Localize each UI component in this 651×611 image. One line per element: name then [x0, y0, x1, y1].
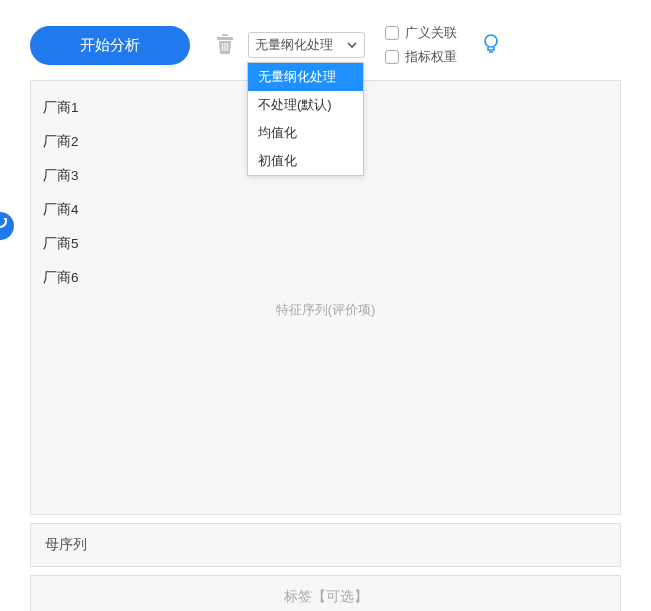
normalize-option[interactable]: 不处理(默认): [248, 91, 363, 119]
list-item[interactable]: 厂商5: [43, 227, 608, 261]
mother-sequence-panel[interactable]: 母序列: [30, 523, 621, 567]
start-analysis-button[interactable]: 开始分析: [30, 26, 190, 65]
normalize-select-box[interactable]: 无量纲化处理: [248, 32, 365, 58]
mother-sequence-label: 母序列: [45, 537, 87, 552]
label-optional-placeholder: 标签【可选】: [284, 589, 368, 604]
checkbox-label: 指标权重: [405, 48, 457, 66]
svg-rect-1: [217, 37, 233, 40]
svg-rect-4: [227, 43, 228, 51]
list-item[interactable]: 厂商6: [43, 261, 608, 295]
chevron-down-icon: [346, 39, 358, 51]
feature-sequence-placeholder: 特征序列(评价项): [31, 301, 620, 319]
svg-rect-0: [222, 34, 228, 36]
checkbox-box: [385, 50, 399, 64]
label-optional-panel[interactable]: 标签【可选】: [30, 575, 621, 611]
top-bar: 开始分析 无量纲化处理 无量纲化处理不处理(默认)均值化初值化 广义关联 指标权…: [0, 0, 651, 80]
checkbox-box: [385, 26, 399, 40]
broad-relation-checkbox[interactable]: 广义关联: [385, 24, 457, 42]
options-checks: 广义关联 指标权重: [385, 24, 457, 66]
checkbox-label: 广义关联: [405, 24, 457, 42]
side-badge-icon: [0, 220, 7, 228]
svg-rect-2: [222, 43, 223, 51]
hint-bulb-icon[interactable]: [481, 33, 501, 58]
normalize-option[interactable]: 均值化: [248, 119, 363, 147]
svg-point-5: [485, 35, 497, 47]
trash-icon[interactable]: [216, 34, 234, 57]
list-item[interactable]: 厂商4: [43, 193, 608, 227]
normalize-option[interactable]: 无量纲化处理: [248, 63, 363, 91]
indicator-weight-checkbox[interactable]: 指标权重: [385, 48, 457, 66]
normalize-select-value: 无量纲化处理: [255, 36, 342, 54]
normalize-select: 无量纲化处理 无量纲化处理不处理(默认)均值化初值化: [248, 32, 365, 58]
normalize-dropdown: 无量纲化处理不处理(默认)均值化初值化: [247, 62, 364, 176]
svg-rect-3: [224, 43, 225, 51]
normalize-option[interactable]: 初值化: [248, 147, 363, 175]
